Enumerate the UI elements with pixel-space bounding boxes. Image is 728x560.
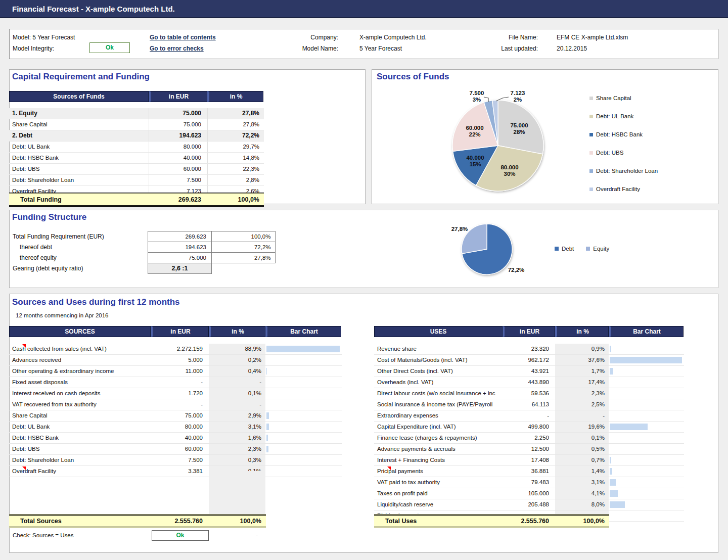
pie-data-label: 28%: [513, 129, 525, 135]
row-bar-cell: [609, 355, 684, 365]
pie-data-label: 22%: [469, 131, 480, 137]
row-bar-cell: [609, 433, 684, 443]
row-bar-cell: [265, 355, 341, 365]
gearing-label: Gearing (debt equity ratio): [13, 263, 83, 274]
row-eur: 79.483: [503, 477, 555, 488]
data-bar: [266, 346, 340, 352]
row-bar-cell: [609, 377, 684, 388]
table-row: Social insurance & income tax (PAYE/Payr…: [374, 399, 684, 410]
row-label: Debt: UL Bank: [9, 422, 151, 432]
table-row: Interest received on cash deposits1.7200…: [9, 388, 342, 399]
legend-item: Debt: UL Bank: [589, 113, 658, 131]
row-label: Capital Expenditure (incl. VAT): [374, 422, 503, 432]
legend-item: Debt: Shareholder Loan: [589, 168, 658, 186]
total-sources-row: Total Sources 2.555.760 100,0%: [9, 514, 266, 528]
row-label: Interest + Financing Costs: [374, 455, 503, 465]
row-pct: 14,8%: [207, 153, 263, 163]
row-pct: 27,8%: [207, 119, 263, 130]
link-table-of-contents[interactable]: Go to table of contents: [150, 34, 216, 41]
col-in-pct: in %: [555, 326, 609, 337]
data-bar: [610, 479, 616, 486]
row-label: Debt: Shareholder Loan: [9, 175, 149, 185]
fs-row-label: thereof debt: [13, 242, 52, 253]
legend-item: Debt: UBS: [589, 150, 658, 168]
row-eur: 7.500: [149, 175, 207, 185]
table-row: Direct labour costs (w/o social insuranc…: [374, 388, 684, 399]
table-row: Other operating & extraordinary income11…: [9, 366, 342, 377]
fs-row-label: Total Funding Requirement (EUR): [13, 231, 104, 242]
row-bar-cell: [265, 366, 341, 377]
row-label: Debt: HSBC Bank: [9, 433, 151, 443]
table-row: 2. Debt194.62372,2%: [9, 130, 264, 142]
link-error-checks[interactable]: Go to error checks: [150, 45, 204, 52]
row-label: Pricipal payments: [374, 466, 503, 477]
legend-item: Overdraft Facility: [589, 186, 658, 204]
file-name-label: File Name:: [480, 32, 538, 42]
table-row: Debt: Shareholder Loan7.5000,3%: [9, 455, 342, 466]
row-pct: 1,6%: [209, 433, 265, 443]
legend-label: Debt: UBS: [596, 150, 623, 156]
legend-label: Debt: Shareholder Loan: [596, 168, 658, 174]
row-pct: 0,5%: [555, 444, 609, 454]
row-label: Liquidity/cash reserve: [374, 499, 503, 510]
row-label: Advances received: [9, 355, 151, 365]
col-sources-of-funds: Sources of Funds: [9, 91, 149, 102]
row-eur: 75.000: [149, 119, 207, 130]
row-label: Other Direct Costs (incl. VAT): [374, 366, 503, 377]
legend-swatch: [589, 115, 593, 118]
table-row: Share Capital75.0002,9%: [9, 410, 342, 422]
last-updated-label: Last updated:: [480, 43, 538, 54]
data-bar: [266, 435, 268, 441]
last-updated-value: 20.12.2015: [557, 43, 587, 54]
legend-swatch: [589, 169, 593, 173]
row-eur: 205.488: [503, 499, 555, 510]
sources-and-uses-panel: Sources and Uses during first 12 months …: [9, 294, 718, 553]
capital-table-header: Sources of Funds in EUR in %: [9, 91, 264, 102]
row-label: Overheads (incl. VAT): [374, 377, 503, 388]
pie-callout-label: 7.500: [470, 90, 484, 96]
row-bar-cell: [609, 388, 684, 399]
pie-data-label: 75.000: [510, 122, 528, 128]
row-eur: -: [151, 377, 209, 388]
row-eur: 23.320: [503, 344, 555, 354]
row-pct: 72,2%: [207, 130, 263, 141]
col-in-pct: in %: [209, 326, 265, 337]
table-row: VAT paid to tax authority79.4833,1%: [374, 477, 684, 488]
model-name-label: Model Name:: [283, 43, 338, 54]
table-row: Fixed asset disposals--: [9, 377, 342, 388]
total-funding-row: Total Funding 269.623 100,0%: [9, 193, 264, 207]
row-bar-cell: [265, 410, 341, 421]
table-row: Taxes on profit paid105.0004,1%: [374, 488, 684, 499]
table-row: Overheads (incl. VAT)443.89017,4%: [374, 377, 684, 388]
pie-outside-label: 72,2%: [508, 267, 525, 273]
legend-swatch: [589, 133, 593, 136]
gearing-value: 2,6 :1: [148, 263, 212, 274]
row-eur: 2.250: [503, 433, 555, 443]
table-row: 1. Equity75.00027,8%: [9, 108, 264, 119]
pie-outside-label: 27,8%: [451, 226, 468, 232]
row-label: Taxes on profit paid: [374, 488, 503, 499]
row-bar-cell: [609, 466, 684, 477]
row-bar-cell: [265, 377, 341, 388]
row-pct: 27,8%: [207, 108, 263, 119]
sources-uses-title: Sources and Uses during first 12 months: [12, 297, 180, 307]
legend-label: Equity: [593, 246, 609, 252]
row-label: Debt: HSBC Bank: [9, 153, 149, 163]
row-pct: 0,9%: [555, 344, 609, 354]
row-eur: 2.272.159: [151, 344, 209, 354]
row-eur: 75.000: [149, 108, 207, 119]
table-row: Extraordinary expenses--: [374, 410, 684, 422]
pie-callout-label: 2%: [514, 97, 522, 103]
pie-data-label: 60.000: [466, 125, 483, 131]
company-label: Company:: [283, 32, 338, 42]
table-row: 269.623 100,0%: [148, 231, 276, 242]
table-row: Finance lease (charges & repayments)2.25…: [374, 433, 684, 444]
row-label: Revenue share: [374, 344, 503, 354]
row-pct: 29,7%: [207, 142, 263, 152]
row-label: Share Capital: [9, 119, 149, 130]
col-in-eur: in EUR: [503, 326, 555, 337]
row-bar-cell: [609, 444, 684, 454]
legend-item: Equity: [586, 246, 609, 252]
row-eur: 443.890: [503, 377, 555, 388]
sources-table-header: SOURCES in EUR in % Bar Chart: [9, 326, 342, 337]
